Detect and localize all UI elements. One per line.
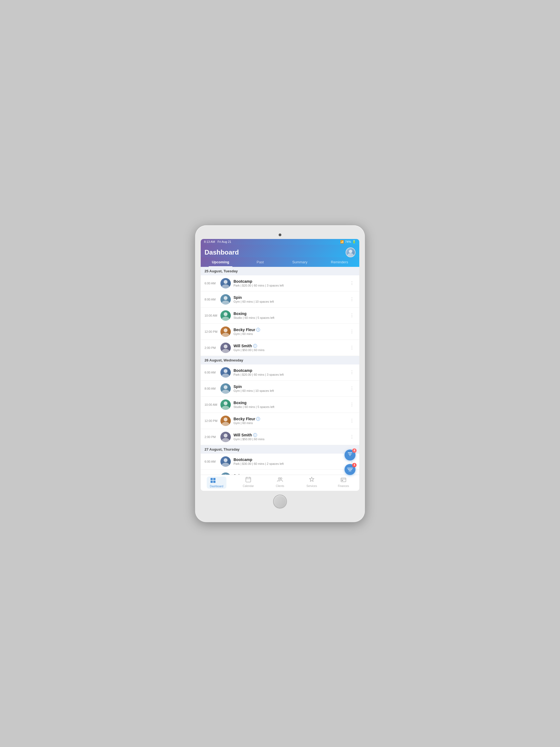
info-icon[interactable]: i (253, 433, 257, 437)
dashboard-label: Dashboard (210, 485, 223, 488)
svg-point-21 (222, 438, 229, 442)
session-time: 8:00 AM (205, 298, 221, 301)
session-time: 12:00 PM (205, 330, 221, 333)
svg-point-13 (222, 374, 229, 378)
session-name: Bootcamp (233, 458, 349, 462)
session-info: SpinGym | 60 mins | 10 spaces left (233, 473, 349, 475)
session-menu-button[interactable]: ⋮ (349, 370, 355, 375)
session-details: Studio | 60 mins | 5 spaces left (233, 316, 349, 319)
session-menu-button[interactable]: ⋮ (349, 281, 355, 286)
session-info: Becky FleuriGym | 60 mins (233, 328, 349, 335)
session-info: BoxingStudio | 60 mins | 5 spaces left (233, 311, 349, 319)
list-item[interactable]: 6:00 AM BootcampPark | $30.00 | 60 mins … (201, 454, 359, 470)
user-avatar[interactable] (346, 248, 355, 257)
session-avatar (221, 310, 231, 321)
nav-finances[interactable]: Finances (328, 476, 359, 489)
filter-badge: 4 (352, 463, 357, 467)
tab-bar: Upcoming Past Summary Reminders (201, 257, 359, 267)
list-item[interactable]: 6:00 AM BootcampPark | $20.00 | 60 mins … (201, 364, 359, 381)
session-name: Bootcamp (233, 368, 349, 373)
session-time: 6:00 AM (205, 460, 221, 463)
session-menu-button[interactable]: ⋮ (349, 313, 355, 318)
session-name: Bootcamp (233, 279, 349, 284)
main-content: 25 August, Tuesday6:00 AM BootcampPark |… (201, 267, 359, 475)
list-item[interactable]: 8:00 AM SpinGym | 60 mins | 10 spaces le… (201, 470, 359, 475)
session-name: Will Smithi (233, 344, 349, 348)
filter-button[interactable]: 4 (345, 449, 355, 460)
list-item[interactable]: 8:00 AM SpinGym | 60 mins | 10 spaces le… (201, 381, 359, 397)
nav-clients[interactable]: Clients (264, 476, 296, 489)
session-menu-button[interactable]: ⋮ (349, 386, 355, 391)
session-avatar (221, 294, 231, 305)
session-menu-button[interactable]: ⋮ (349, 418, 355, 423)
session-menu-button[interactable]: ⋮ (349, 297, 355, 302)
svg-point-17 (222, 406, 229, 410)
svg-point-18 (224, 417, 228, 421)
session-name: Becky Fleuri (233, 417, 349, 421)
session-menu-button[interactable]: ⋮ (349, 402, 355, 407)
session-avatar (221, 278, 231, 288)
svg-point-3 (222, 284, 229, 288)
session-time: 6:00 AM (205, 371, 221, 374)
info-icon[interactable]: i (253, 344, 257, 348)
session-time: 10:00 AM (205, 403, 221, 406)
session-name: Spin (233, 473, 349, 475)
list-item[interactable]: 10:00 AM BoxingStudio | 60 mins | 5 spac… (201, 397, 359, 413)
front-camera (279, 233, 281, 236)
session-info: Becky FleuriGym | 60 mins (233, 417, 349, 424)
session-menu-button[interactable]: ⋮ (349, 345, 355, 350)
nav-services[interactable]: Services (296, 476, 328, 489)
svg-point-6 (224, 312, 228, 316)
session-details: Park | $30.00 | 60 mins | 2 spaces left (233, 462, 349, 465)
svg-rect-32 (210, 481, 213, 483)
session-avatar (221, 416, 231, 426)
session-details: Gym | $50.00 | 60 mins (233, 437, 349, 441)
battery-level: 74% (345, 240, 351, 243)
nav-calendar[interactable]: Calendar (232, 476, 264, 489)
session-name: Will Smithi (233, 433, 349, 437)
session-time: 8:00 AM (205, 387, 221, 390)
svg-point-11 (222, 349, 229, 353)
tab-upcoming[interactable]: Upcoming (201, 257, 240, 267)
list-item[interactable]: 12:00 PM Becky FleuriGym | 60 mins⋮ (201, 324, 359, 340)
session-details: Gym | 60 mins | 10 spaces left (233, 300, 349, 303)
svg-point-23 (222, 463, 229, 467)
avatar-initials (346, 248, 355, 257)
finances-icon (340, 476, 347, 484)
svg-point-4 (224, 296, 228, 300)
calendar-icon (245, 476, 251, 484)
svg-point-7 (222, 317, 229, 321)
status-right: 📶 74% 🔋 (340, 240, 356, 243)
session-menu-button[interactable]: ⋮ (349, 434, 355, 439)
info-icon[interactable]: i (256, 417, 260, 421)
list-item[interactable]: 8:00 AM SpinGym | 60 mins | 10 spaces le… (201, 291, 359, 308)
list-item[interactable]: 6:00 AM BootcampPark | $20.00 | 60 mins … (201, 275, 359, 291)
filter-button[interactable]: 4 (345, 464, 355, 475)
tab-reminders[interactable]: Reminders (320, 257, 359, 267)
list-item[interactable]: 2:00 PM Will SmithiGym | $50.00 | 60 min… (201, 340, 359, 356)
session-avatar (221, 383, 231, 394)
svg-rect-40 (341, 478, 346, 482)
svg-rect-30 (210, 478, 213, 480)
dashboard-icon (210, 478, 223, 485)
list-item[interactable]: 2:00 PM Will SmithiGym | $50.00 | 60 min… (201, 429, 359, 445)
info-icon[interactable]: i (256, 328, 260, 332)
session-details: Gym | 60 mins (233, 332, 349, 335)
svg-point-10 (224, 344, 228, 349)
battery-icon: 🔋 (352, 240, 356, 243)
svg-point-9 (222, 333, 229, 337)
list-item[interactable]: 12:00 PM Becky FleuriGym | 60 mins⋮ (201, 413, 359, 429)
svg-point-39 (280, 478, 282, 479)
session-avatar (221, 343, 231, 353)
list-item[interactable]: 10:00 AM BoxingStudio | 60 mins | 5 spac… (201, 308, 359, 324)
session-menu-button[interactable]: ⋮ (349, 329, 355, 334)
tab-summary[interactable]: Summary (280, 257, 320, 267)
svg-rect-34 (246, 478, 251, 482)
home-button[interactable] (273, 495, 287, 508)
tab-past[interactable]: Past (240, 257, 280, 267)
svg-point-2 (224, 280, 228, 284)
session-info: BoxingStudio | 60 mins | 5 spaces left (233, 401, 349, 409)
device-screen: 8:13 AM Fri Aug 21 📶 74% 🔋 Dashboard (201, 239, 359, 491)
nav-dashboard[interactable]: Dashboard (201, 476, 232, 489)
session-details: Gym | $50.00 | 60 mins (233, 349, 349, 352)
